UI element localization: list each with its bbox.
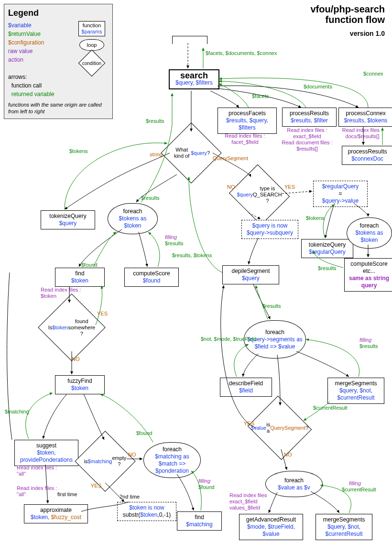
legend-condition: condition xyxy=(82,54,101,73)
foreach-value: foreach$value as $v xyxy=(265,471,323,497)
query-subquery-box: $query is now $query->subquery xyxy=(241,220,298,239)
cond-token-found: Is $token found somewhere ? xyxy=(48,304,96,351)
fuzzy-find-box: fuzzyFind $token xyxy=(55,375,105,394)
compute-score-box: computeScore $found xyxy=(124,268,179,287)
lbl-yes-matching: YES xyxy=(91,483,101,489)
legend-function-box: function $params xyxy=(78,21,106,36)
lbl-results-2: $results xyxy=(141,195,160,201)
lbl-results-5: $results xyxy=(318,265,337,271)
lbl-yes-valueqs: YES xyxy=(244,421,254,426)
lbl-facets: $facets xyxy=(252,93,269,99)
lbl-documents: $documents xyxy=(304,84,332,89)
process-results2-box: processResults $connexDoc xyxy=(342,146,392,165)
page-title: vfou/php-search function flow version 1.… xyxy=(310,4,385,37)
lbl-found-1: $found xyxy=(81,262,98,268)
lbl-filling-2: filling xyxy=(198,478,210,484)
cond-value-qs: $value is a QuerySegment ? xyxy=(256,406,304,449)
process-facets-box: processFacets $results, $query, $filters xyxy=(218,108,277,134)
read-facet: Read index files :facet_$field xyxy=(220,133,270,145)
lbl-found-3: $found xyxy=(198,484,215,490)
legend-raw: raw value xyxy=(8,48,33,54)
foreach-tokens2: foreach$tokens as $token xyxy=(347,217,392,249)
read-exact-values: Read index files exact_$field values_$fi… xyxy=(229,492,272,511)
lbl-firsttime: first time xyxy=(57,491,77,497)
find-box: find $token xyxy=(55,268,105,287)
describe-field-box: describeField $field xyxy=(220,378,272,397)
lbl-facets-docs-connex: $facets, $documents, $connex xyxy=(206,50,277,56)
lbl-connex: $connex xyxy=(363,71,383,76)
lbl-currentresult2: $currentResult xyxy=(342,487,376,492)
foreach-tokens: foreach$tokens as $token xyxy=(108,203,158,234)
lbl-no-matching: NO xyxy=(128,452,136,457)
depile-segment-box: depileSegment $query xyxy=(222,265,279,284)
lbl-results-1: $results xyxy=(146,118,164,124)
regular-query-box: $regularQuery= $query->value xyxy=(313,181,368,207)
suggest-box: suggest $token, providePonderations xyxy=(14,440,78,466)
lbl-currentresult: $currentResult xyxy=(313,405,348,411)
merge-segments2-box: mergeSegments $query, $not, $currentResu… xyxy=(316,514,372,540)
lbl-filling-3: filling xyxy=(359,337,371,343)
read-all-1: Read index files :"all" xyxy=(17,465,62,477)
process-results-box: processResults $results, $filter xyxy=(282,108,337,127)
legend-loop: loop xyxy=(79,39,104,51)
lbl-found-2: $found xyxy=(136,430,152,436)
legend-box: Legend $variable $returnValue $configura… xyxy=(4,4,113,119)
lbl-filling-4: filling xyxy=(349,480,361,486)
lbl-yes-tokenfound: YES xyxy=(97,311,108,316)
tokenize-query-box: tokenizeQuery $query xyxy=(41,210,95,229)
legend-heading: Legend xyxy=(8,8,109,18)
legend-config: $configuration xyxy=(8,39,44,46)
read-token: Read index files :$token xyxy=(41,287,88,299)
lbl-tokens-1: $tokens xyxy=(69,148,88,154)
merge-segments-box: mergeSegments $query, $not, $currentResu… xyxy=(327,378,384,404)
lbl-results-dep: $results xyxy=(262,303,281,309)
get-advanced-result-box: getAdvancedResult $mode, $trueField, $va… xyxy=(239,514,303,540)
lbl-string: string xyxy=(150,152,163,157)
diagram-page: vfou/php-search function flow version 1.… xyxy=(0,0,392,554)
approximate-box: approximate $token, $fuzzy_cost xyxy=(24,504,88,523)
legend-note: functions with the same origin are calle… xyxy=(8,101,109,115)
read-all-2: Read index files :"all" xyxy=(17,485,62,498)
process-connex-box: processConnex $results, $tokens xyxy=(338,108,392,127)
legend-return: $returnValue xyxy=(8,31,41,37)
lbl-yes-qsearch: YES xyxy=(284,184,295,190)
lbl-filling-1: filling xyxy=(165,234,177,240)
read-exact: Read index files :exact_$fieldRead docum… xyxy=(280,127,335,152)
find2-box: find $matching xyxy=(177,511,222,531)
lbl-matching-1: $matching xyxy=(5,409,29,414)
foreach-matching: foreach$matching as $match => $ponderati… xyxy=(143,442,201,478)
legend-action: action xyxy=(8,56,23,63)
tokenize-query2-box: tokenizeQuery $regularQuery xyxy=(301,239,353,258)
legend-variable: $variable xyxy=(8,22,32,29)
compute-score2-box: computeScore etc... same as string query xyxy=(344,258,392,292)
entry-box xyxy=(172,36,207,44)
legend-arrows: arrows: xyxy=(8,74,27,80)
lbl-2ndtime: 2nd time xyxy=(120,494,140,500)
lbl-results-4: $results xyxy=(359,343,378,349)
legend-arrow-fn: function call xyxy=(11,82,42,89)
title-version: version 1.0 xyxy=(350,30,385,37)
lbl-results-3: $results xyxy=(165,240,184,246)
token-substr-box: $token is now substr($token,0,-1) xyxy=(117,502,176,521)
cond-matching-empty: is $matching empty ? xyxy=(84,440,127,483)
legend-arrow-ret: returned variable xyxy=(11,91,54,98)
lbl-no-tokenfound: NO xyxy=(72,356,80,362)
read-docs: Read index files :docs/$results[] xyxy=(338,127,386,140)
lbl-no-qsearch: NO xyxy=(227,184,235,190)
lbl-querysegment: QuerySegment xyxy=(213,155,248,161)
lbl-no-valueqs: NO xyxy=(284,452,292,457)
search-box: search $query, $filters xyxy=(169,69,219,89)
cond-whatkind: What kind of $query ? xyxy=(170,131,213,174)
title-line1: vfou/php-search xyxy=(310,4,385,14)
title-line2: function flow xyxy=(326,14,385,25)
lbl-results-tokens: $results, $tokens xyxy=(172,252,212,258)
lbl-not-mode: $not, $mode, $trueField xyxy=(201,336,256,342)
lbl-tokens-2: $tokens xyxy=(306,215,325,221)
cond-qsearch: $query type is Q_SEARCH ? xyxy=(237,174,282,215)
